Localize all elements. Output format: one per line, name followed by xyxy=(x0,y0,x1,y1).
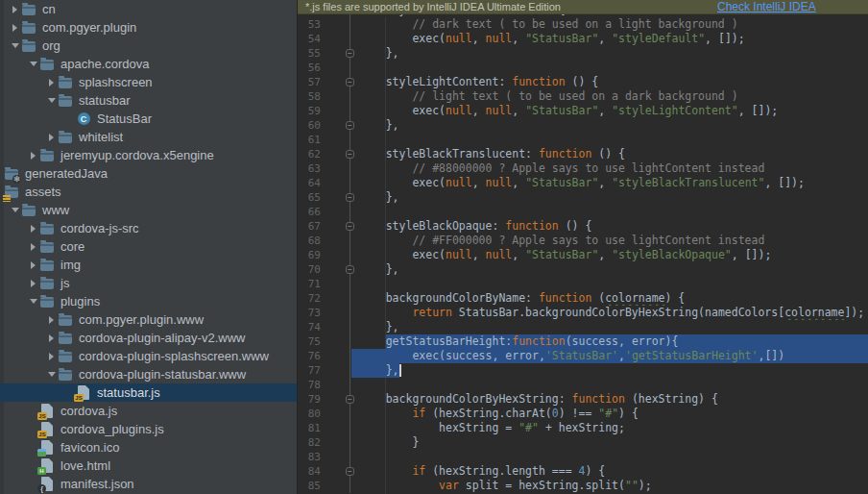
tree-item-js[interactable]: js xyxy=(0,274,297,292)
line-number[interactable]: 58 xyxy=(298,89,350,104)
code-line-69[interactable]: 69 exec(null, null, "StatusBar", "styleB… xyxy=(298,248,868,262)
chevron-right-icon[interactable] xyxy=(27,243,39,251)
code-line-79[interactable]: 79− backgroundColorByHexString: function… xyxy=(298,392,868,407)
code-text[interactable]: // #FF000000 ? Apple says to use lightCo… xyxy=(350,234,868,248)
code-line-83[interactable]: 83 xyxy=(298,450,868,464)
code-text[interactable]: }, xyxy=(350,363,868,378)
chevron-right-icon[interactable] xyxy=(45,134,58,141)
code-text[interactable]: }, xyxy=(350,46,868,61)
code-line-82[interactable]: 82 } xyxy=(298,435,868,450)
tree-item-cordova-plugin-statusbar-www[interactable]: cordova-plugin-statusbar.www xyxy=(0,365,297,383)
chevron-right-icon[interactable] xyxy=(45,353,58,360)
code-line-53[interactable]: 53 // dark text ( to be used on a light … xyxy=(298,17,868,32)
code-text[interactable]: var split = hexString.split(""); xyxy=(350,479,868,493)
code-line-54[interactable]: 54 exec(null, null, "StatusBar", "styleD… xyxy=(298,32,868,46)
line-number[interactable]: 73 xyxy=(298,306,350,320)
chevron-right-icon[interactable] xyxy=(9,6,21,13)
line-number[interactable]: 82 xyxy=(298,435,350,450)
code-line-85[interactable]: 85 var split = hexString.split(""); xyxy=(298,479,868,493)
code-editor[interactable]: 52 styleDefault: function () {53 // dark… xyxy=(298,14,868,494)
line-number[interactable]: 66 xyxy=(298,205,350,219)
tree-item-img[interactable]: img xyxy=(0,256,297,274)
banner-link[interactable]: Check IntelliJ IDEA xyxy=(717,0,816,13)
line-number[interactable]: 67− xyxy=(298,219,350,234)
code-text[interactable]: } xyxy=(350,435,868,450)
code-text[interactable]: styleBlackOpaque: function () { xyxy=(350,219,868,234)
fold-start-marker[interactable]: − xyxy=(346,395,354,404)
line-number[interactable]: 74 xyxy=(298,320,350,334)
code-line-58[interactable]: 58 // light text ( to be used on a dark … xyxy=(298,89,868,104)
code-text[interactable] xyxy=(350,133,868,147)
fold-start-marker[interactable]: − xyxy=(346,467,354,476)
code-line-80[interactable]: 80 if (hexString.charAt(0) !== "#") { xyxy=(298,407,868,421)
code-line-57[interactable]: 57− styleLightContent: function () { xyxy=(298,75,868,89)
code-text[interactable]: if (hexString.charAt(0) !== "#") { xyxy=(350,407,868,421)
code-text[interactable]: getStatusBarHeight:function(success, err… xyxy=(350,334,868,349)
code-line-59[interactable]: 59 exec(null, null, "StatusBar", "styleL… xyxy=(298,104,868,118)
tree-item-cordova-plugins-js[interactable]: JScordova_plugins.js xyxy=(0,420,297,438)
code-text[interactable]: }, xyxy=(350,320,868,334)
fold-end-marker[interactable]: − xyxy=(346,265,354,274)
code-text[interactable] xyxy=(350,378,868,392)
code-line-74[interactable]: 74 }, xyxy=(298,320,868,334)
code-line-55[interactable]: 55− }, xyxy=(298,46,868,61)
tree-item-splashscreen[interactable]: splashscreen xyxy=(0,73,297,91)
code-text[interactable]: if (hexString.length === 4) { xyxy=(350,464,868,479)
tree-item-manifest-json[interactable]: {manifest.json xyxy=(0,475,297,493)
code-line-77[interactable]: 77 }, xyxy=(298,363,868,378)
line-number[interactable]: 79− xyxy=(298,392,350,407)
tree-item-statusbar[interactable]: statusbar xyxy=(0,91,297,110)
line-number[interactable]: 68 xyxy=(298,234,350,248)
tree-item-plugins[interactable]: plugins xyxy=(0,292,297,310)
code-line-81[interactable]: 81 hexString = "#" + hexString; xyxy=(298,421,868,435)
tree-item-org[interactable]: org xyxy=(0,37,297,55)
line-number[interactable]: 63 xyxy=(298,161,350,176)
chevron-down-icon[interactable] xyxy=(27,299,39,304)
fold-start-marker[interactable]: − xyxy=(346,150,354,159)
code-line-73[interactable]: 73 return StatusBar.backgroundColorByHex… xyxy=(298,306,868,320)
tree-item-jeremyup-cordova-x5engine[interactable]: jeremyup.cordova.x5engine xyxy=(0,146,297,164)
code-line-60[interactable]: 60− }, xyxy=(298,118,868,133)
line-number[interactable]: 60− xyxy=(298,118,350,133)
line-number[interactable]: 70− xyxy=(298,262,350,277)
fold-start-marker[interactable]: − xyxy=(346,222,354,231)
tree-item-favicon-ico[interactable]: favicon.ico xyxy=(0,438,297,457)
line-number[interactable]: 80 xyxy=(298,407,350,421)
tree-item-assets[interactable]: assets xyxy=(0,183,297,201)
code-text[interactable]: }, xyxy=(350,190,868,205)
code-text[interactable]: exec(null, null, "StatusBar", "styleLigh… xyxy=(350,104,868,118)
code-line-56[interactable]: 56 xyxy=(298,61,868,75)
code-text[interactable] xyxy=(350,277,868,291)
code-text[interactable]: backgroundColorByHexString: function (he… xyxy=(350,392,868,407)
code-text[interactable]: styleLightContent: function () { xyxy=(350,75,868,89)
code-line-62[interactable]: 62− styleBlackTranslucent: function () { xyxy=(298,147,868,161)
code-text[interactable]: }, xyxy=(350,118,868,133)
chevron-right-icon[interactable] xyxy=(9,24,21,32)
chevron-right-icon[interactable] xyxy=(27,152,39,160)
code-text[interactable]: backgroundColorByName: function (colorna… xyxy=(350,291,868,306)
chevron-right-icon[interactable] xyxy=(27,225,39,233)
line-number[interactable]: 77 xyxy=(298,363,350,378)
code-line-75[interactable]: 75 getStatusBarHeight:function(success, … xyxy=(298,334,868,349)
line-number[interactable]: 62− xyxy=(298,147,350,161)
fold-end-marker[interactable]: − xyxy=(346,121,354,130)
chevron-down-icon[interactable] xyxy=(27,62,39,66)
code-line-76[interactable]: 76 exec(success, error,'StatusBar','getS… xyxy=(298,349,868,363)
tree-item-apache-cordova[interactable]: apache.cordova xyxy=(0,55,297,73)
code-line-61[interactable]: 61 xyxy=(298,133,868,147)
line-number[interactable]: 71 xyxy=(298,277,350,291)
code-text[interactable]: return StatusBar.backgroundColorByHexStr… xyxy=(350,306,868,320)
chevron-right-icon[interactable] xyxy=(45,334,58,342)
code-line-64[interactable]: 64 exec(null, null, "StatusBar", "styleB… xyxy=(298,176,868,190)
line-number[interactable]: 55− xyxy=(298,46,350,61)
chevron-right-icon[interactable] xyxy=(45,79,58,86)
code-line-66[interactable]: 66 xyxy=(298,205,868,219)
tree-item-whitelist[interactable]: whitelist xyxy=(0,128,297,146)
tree-item-cn[interactable]: cn xyxy=(0,0,297,18)
code-line-63[interactable]: 63 // #88000000 ? Apple says to use ligh… xyxy=(298,161,868,176)
code-line-84[interactable]: 84− if (hexString.length === 4) { xyxy=(298,464,868,479)
chevron-down-icon[interactable] xyxy=(45,372,58,377)
code-text[interactable]: exec(null, null, "StatusBar", "styleDefa… xyxy=(350,32,868,46)
code-line-71[interactable]: 71 xyxy=(298,277,868,291)
line-number[interactable]: 84− xyxy=(298,464,350,479)
